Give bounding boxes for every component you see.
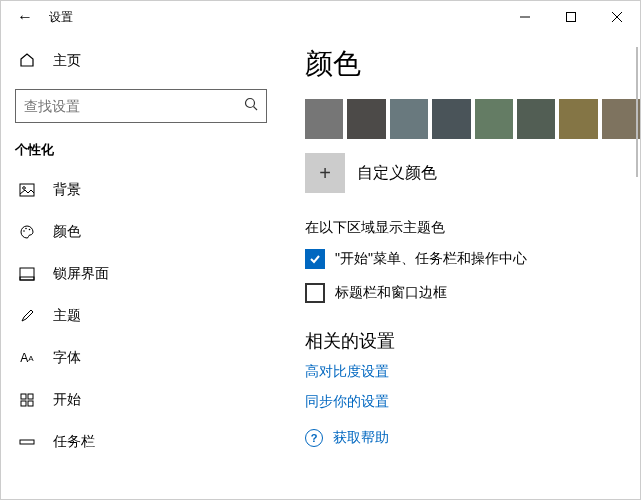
sidebar-group-title: 个性化 [1,137,281,169]
nav-label: 字体 [53,349,81,367]
sidebar-item-lockscreen[interactable]: 锁屏界面 [1,253,281,295]
sidebar-item-home[interactable]: 主页 [1,41,281,81]
sidebar-item-fonts[interactable]: AA 字体 [1,337,281,379]
svg-point-7 [23,187,26,190]
color-swatch[interactable] [602,99,640,139]
related-title: 相关的设置 [305,329,640,353]
sidebar-item-taskbar[interactable]: 任务栏 [1,421,281,463]
close-button[interactable] [594,1,640,33]
nav-label: 背景 [53,181,81,199]
sidebar-item-start[interactable]: 开始 [1,379,281,421]
custom-color-label: 自定义颜色 [357,163,437,184]
help-icon: ? [305,429,323,447]
picture-icon [19,182,35,198]
check-titlebars[interactable]: 标题栏和窗口边框 [305,283,640,303]
svg-rect-12 [20,277,34,280]
link-sync-settings[interactable]: 同步你的设置 [305,393,640,411]
color-swatches [305,99,640,139]
window-title: 设置 [49,9,73,26]
sidebar: 主页 个性化 背景 颜色 锁屏界面 主题 AA 字体 开始 [1,33,281,500]
accent-section-label: 在以下区域显示主题色 [305,219,640,237]
font-icon: AA [19,350,35,366]
svg-rect-11 [20,268,34,280]
maximize-button[interactable] [548,1,594,33]
color-swatch[interactable] [305,99,343,139]
nav-label: 颜色 [53,223,81,241]
brush-icon [19,308,35,324]
help-label: 获取帮助 [333,429,389,447]
svg-point-8 [23,230,25,232]
sidebar-item-themes[interactable]: 主题 [1,295,281,337]
home-label: 主页 [53,52,81,70]
nav-label: 开始 [53,391,81,409]
custom-color-button[interactable]: + [305,153,345,193]
color-swatch[interactable] [347,99,385,139]
page-title: 颜色 [305,45,640,83]
scrollbar-thumb[interactable] [636,47,638,177]
svg-line-5 [254,107,258,111]
search-icon [244,97,258,115]
svg-rect-1 [567,13,576,22]
color-swatch[interactable] [517,99,555,139]
lockscreen-icon [19,266,35,282]
check-start-taskbar[interactable]: "开始"菜单、任务栏和操作中心 [305,249,640,269]
palette-icon [19,224,35,240]
back-button[interactable]: ← [1,8,49,26]
svg-rect-14 [28,394,33,399]
sidebar-item-background[interactable]: 背景 [1,169,281,211]
link-high-contrast[interactable]: 高对比度设置 [305,363,640,381]
color-swatch[interactable] [475,99,513,139]
search-input[interactable] [15,89,267,123]
get-help-link[interactable]: ? 获取帮助 [305,429,640,447]
taskbar-icon [19,434,35,450]
svg-point-4 [246,99,255,108]
svg-rect-13 [21,394,26,399]
color-swatch[interactable] [390,99,428,139]
minimize-button[interactable] [502,1,548,33]
sidebar-item-colors[interactable]: 颜色 [1,211,281,253]
check-label: 标题栏和窗口边框 [335,284,447,302]
svg-point-9 [25,228,27,230]
checkbox-icon [305,283,325,303]
svg-point-10 [29,229,31,231]
home-icon [19,52,35,71]
color-swatch[interactable] [432,99,470,139]
nav-label: 任务栏 [53,433,95,451]
svg-rect-17 [20,440,34,444]
color-swatch[interactable] [559,99,597,139]
svg-rect-6 [20,184,34,196]
svg-rect-15 [21,401,26,406]
start-icon [19,392,35,408]
main-content: 颜色 + 自定义颜色 在以下区域显示主题色 "开始"菜单、任务栏和操作中心 标题… [281,33,640,500]
check-label: "开始"菜单、任务栏和操作中心 [335,250,527,268]
svg-rect-16 [28,401,33,406]
search-field[interactable] [24,98,244,114]
nav-label: 主题 [53,307,81,325]
checkbox-icon [305,249,325,269]
nav-label: 锁屏界面 [53,265,109,283]
